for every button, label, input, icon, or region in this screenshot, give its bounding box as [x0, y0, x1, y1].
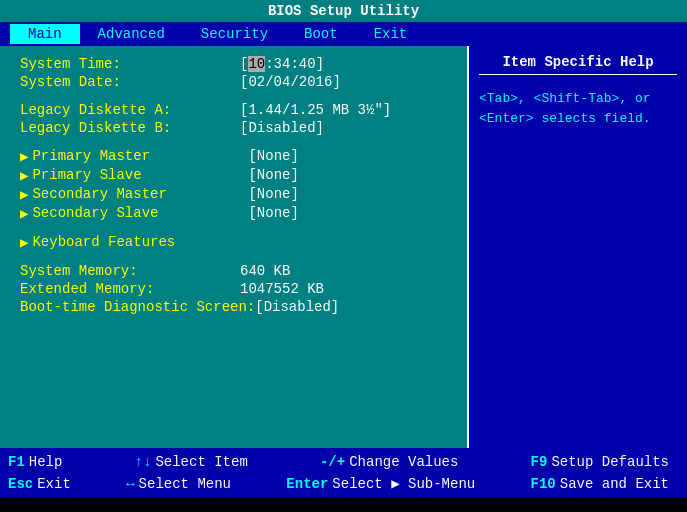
menu-bar: MainAdvancedSecurityBootExit [0, 22, 687, 46]
footer-row-1: F1 Help ↑↓ Select Item -/+ Change Values… [8, 453, 679, 471]
primary-slave-value: [None] [248, 167, 298, 184]
boot-diagnostic-value: [Disabled] [255, 299, 339, 315]
menu-item-security[interactable]: Security [183, 24, 286, 44]
extended-memory-value: 1047552 KB [240, 281, 324, 297]
help-title: Item Specific Help [479, 54, 677, 75]
plusminus-desc: Change Values [349, 454, 458, 470]
help-panel: Item Specific Help <Tab>, <Shift-Tab>, o… [467, 46, 687, 448]
menu-item-boot[interactable]: Boot [286, 24, 356, 44]
leftright-key: ↔ [126, 476, 134, 492]
plusminus-key: -/+ [320, 454, 345, 470]
legacy-diskette-b-label: Legacy Diskette B: [20, 120, 240, 136]
help-text: <Tab>, <Shift-Tab>, or <Enter> selects f… [479, 89, 677, 128]
extended-memory-label: Extended Memory: [20, 281, 240, 297]
left-panel: System Time: [10:34:40] System Date: [02… [0, 46, 467, 448]
f1-key: F1 [8, 454, 25, 470]
extended-memory-row: Extended Memory: 1047552 KB [20, 281, 447, 297]
title-bar: BIOS Setup Utility [0, 0, 687, 22]
secondary-slave-value: [None] [248, 205, 298, 222]
menu-item-exit[interactable]: Exit [356, 24, 426, 44]
system-time-row[interactable]: System Time: [10:34:40] [20, 56, 447, 72]
enter-desc: Select ▶ Sub-Menu [332, 475, 475, 492]
footer-leftright[interactable]: ↔ Select Menu [126, 475, 231, 492]
secondary-slave-row[interactable]: ▶ Secondary Slave [None] [20, 205, 447, 222]
secondary-slave-arrow: ▶ [20, 205, 28, 222]
keyboard-features-arrow: ▶ [20, 234, 28, 251]
secondary-master-label: Secondary Master [32, 186, 248, 203]
footer-row-2: Esc Exit ↔ Select Menu Enter Select ▶ Su… [8, 474, 679, 493]
bios-title: BIOS Setup Utility [268, 3, 419, 19]
primary-slave-arrow: ▶ [20, 167, 28, 184]
footer-f1[interactable]: F1 Help [8, 454, 62, 470]
primary-master-row[interactable]: ▶ Primary Master [None] [20, 148, 447, 165]
keyboard-features-label: Keyboard Features [32, 234, 248, 251]
primary-master-label: Primary Master [32, 148, 248, 165]
enter-key: Enter [286, 476, 328, 492]
legacy-diskette-a-value: [1.44/1.25 MB 3½"] [240, 102, 391, 118]
footer-esc[interactable]: Esc Exit [8, 475, 71, 492]
secondary-slave-label: Secondary Slave [32, 205, 248, 222]
leftright-desc: Select Menu [139, 476, 231, 492]
legacy-diskette-b-row[interactable]: Legacy Diskette B: [Disabled] [20, 120, 447, 136]
updown-key: ↑↓ [135, 454, 152, 470]
footer-enter[interactable]: Enter Select ▶ Sub-Menu [286, 475, 475, 492]
esc-desc: Exit [37, 476, 71, 492]
primary-master-value: [None] [248, 148, 298, 165]
legacy-diskette-a-label: Legacy Diskette A: [20, 102, 240, 118]
content-area: System Time: [10:34:40] System Date: [02… [0, 46, 687, 448]
updown-desc: Select Item [155, 454, 247, 470]
f1-desc: Help [29, 454, 63, 470]
system-memory-row: System Memory: 640 KB [20, 263, 447, 279]
secondary-master-value: [None] [248, 186, 298, 203]
esc-key: Esc [8, 476, 33, 492]
footer: F1 Help ↑↓ Select Item -/+ Change Values… [0, 448, 687, 498]
secondary-master-row[interactable]: ▶ Secondary Master [None] [20, 186, 447, 203]
boot-diagnostic-label: Boot-time Diagnostic Screen: [20, 299, 255, 315]
f9-key: F9 [531, 454, 548, 470]
footer-f10[interactable]: F10 Save and Exit [531, 475, 669, 492]
footer-updown[interactable]: ↑↓ Select Item [135, 454, 248, 470]
boot-diagnostic-row[interactable]: Boot-time Diagnostic Screen: [Disabled] [20, 299, 447, 315]
primary-slave-label: Primary Slave [32, 167, 248, 184]
keyboard-features-row[interactable]: ▶ Keyboard Features [20, 234, 447, 251]
f10-key: F10 [531, 476, 556, 492]
secondary-master-arrow: ▶ [20, 186, 28, 203]
system-time-value: [10:34:40] [240, 56, 324, 72]
f9-desc: Setup Defaults [551, 454, 669, 470]
system-date-row[interactable]: System Date: [02/04/2016] [20, 74, 447, 90]
f10-desc: Save and Exit [560, 476, 669, 492]
system-time-label: System Time: [20, 56, 240, 72]
legacy-diskette-a-row[interactable]: Legacy Diskette A: [1.44/1.25 MB 3½"] [20, 102, 447, 118]
footer-f9[interactable]: F9 Setup Defaults [531, 454, 669, 470]
system-date-value: [02/04/2016] [240, 74, 341, 90]
primary-slave-row[interactable]: ▶ Primary Slave [None] [20, 167, 447, 184]
footer-plusminus[interactable]: -/+ Change Values [320, 454, 458, 470]
menu-item-main[interactable]: Main [10, 24, 80, 44]
primary-master-arrow: ▶ [20, 148, 28, 165]
menu-item-advanced[interactable]: Advanced [80, 24, 183, 44]
system-memory-label: System Memory: [20, 263, 240, 279]
system-memory-value: 640 KB [240, 263, 290, 279]
legacy-diskette-b-value: [Disabled] [240, 120, 324, 136]
system-date-label: System Date: [20, 74, 240, 90]
